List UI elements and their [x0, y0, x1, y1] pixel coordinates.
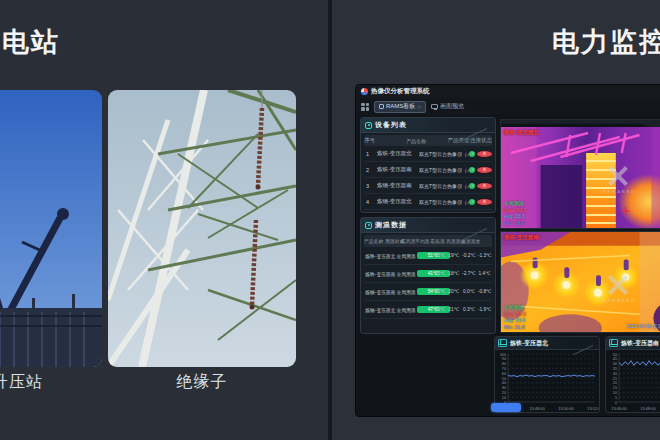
- min-temp: 18℃: [447, 271, 461, 276]
- bottom-action-button[interactable]: [491, 403, 521, 412]
- temp-device-name: 炼铁-变压器北: [364, 253, 396, 259]
- measure-mode-label: 全局测温: [504, 200, 526, 207]
- thermal-view-2[interactable]: 炼铁-变压器南 INFRARED 全局测温 Max: 51.8 Avg: 39.…: [500, 231, 660, 333]
- svg-text:30: 30: [502, 386, 506, 390]
- temp-row[interactable]: 炼钢-变压器南 全局测温 54℃ 36℃ 20℃ 0.0℃ -0.8℃: [364, 283, 492, 301]
- thermal-view-1[interactable]: 炼铁-变压器北 INFRARED 全局测温 Max: 50.1 Avg: 33.…: [500, 119, 660, 229]
- device-no: 2: [364, 167, 377, 173]
- temp-panel-header: 测温数据: [361, 218, 495, 233]
- high-temp-diff: 0.0℃: [461, 289, 478, 294]
- right-monitoring-section: 电力监控 热像仪分析管理系统 RAMS看板 ○ 画面预览: [332, 0, 660, 440]
- online-status-icon[interactable]: ✓: [469, 183, 475, 189]
- column-header: 测温对象: [385, 238, 401, 244]
- online-status-icon[interactable]: ✓: [469, 167, 475, 173]
- temperature-data-panel: 测温数据 产品名称测温对象最高温平均温最低温高温温差低温温差 炼铁-变压器北 全…: [360, 217, 496, 334]
- svg-text:10: 10: [613, 391, 617, 395]
- low-temp-diff: -1.3℃: [477, 253, 492, 258]
- right-section-heading: 电力监控: [552, 24, 660, 60]
- svg-text:13:50:00: 13:50:00: [558, 406, 574, 411]
- device-table-header: 序号产品名称产品类型连接状态: [364, 135, 492, 146]
- device-panel-header: 设备列表: [361, 118, 495, 133]
- device-row[interactable]: 3 炼钢-变压器南 双光T型云台热像仪（小） ✓ ✕: [364, 178, 492, 194]
- device-row[interactable]: 1 炼铁-变压器北 双光T型云台热像仪（小） ✓ ✕: [364, 146, 492, 162]
- line-chart-icon: [609, 339, 618, 347]
- offline-status-icon[interactable]: ✕: [477, 151, 492, 157]
- substation-photo: [0, 90, 102, 367]
- svg-text:70: 70: [502, 367, 506, 371]
- avg-temp: 36℃: [433, 253, 447, 258]
- svg-text:0: 0: [615, 401, 617, 405]
- device-type: 双光T型云台热像仪（小）: [419, 183, 469, 189]
- thermal2-timestamp: 2023-04-08 星期六 13:52:18: [627, 324, 660, 331]
- device-type: 双光T型云台热像仪（小）: [419, 151, 469, 157]
- grid-menu-icon[interactable]: [361, 103, 369, 111]
- svg-text:15: 15: [613, 386, 617, 390]
- max-temp-cell: 47℃: [417, 306, 433, 314]
- low-temp-diff: -0.8℃: [477, 289, 492, 294]
- svg-text:20: 20: [613, 381, 617, 385]
- column-header: 序号: [364, 137, 406, 144]
- chart-panel-north: 炼铁-变压器北 010203040506070809010013:46:0013…: [494, 336, 600, 413]
- avg-value: Avg: 33.1: [504, 213, 526, 220]
- device-name: 炼钢-变压器北: [377, 198, 419, 205]
- column-header: 产品名称: [364, 238, 385, 244]
- device-status: ✓ ✕: [469, 167, 492, 173]
- device-name: 炼铁-变压器北: [377, 150, 419, 157]
- photo1-caption: 升压站: [0, 372, 43, 393]
- app-title: 热像仪分析管理系统: [371, 87, 430, 96]
- temp-row[interactable]: 炼铁-变压器北 全局测温 51℃ 36℃ 19℃ -0.2℃ -1.3℃: [364, 247, 492, 265]
- tab-rams-dashboard[interactable]: RAMS看板 ○: [374, 101, 426, 113]
- thermal-app-window: 热像仪分析管理系统 RAMS看板 ○ 画面预览 设备列表: [355, 84, 660, 417]
- device-no: 4: [364, 199, 377, 205]
- svg-text:10: 10: [502, 396, 506, 400]
- measure-mode-label: 全局测温: [504, 304, 526, 311]
- offline-status-icon[interactable]: ✕: [477, 199, 492, 205]
- column-header: 平均温: [415, 238, 429, 244]
- chart-title: 炼铁-变压器北: [510, 339, 548, 348]
- svg-text:40: 40: [613, 362, 617, 366]
- watermark: INFRARED: [600, 165, 636, 194]
- monitor-icon: [431, 104, 438, 109]
- tab-close-icon[interactable]: ○: [417, 104, 421, 110]
- low-temp-diff: -1.9℃: [477, 307, 492, 312]
- app-titlebar: 热像仪分析管理系统: [356, 85, 660, 98]
- device-no: 1: [364, 151, 377, 157]
- device-row[interactable]: 2 炼铁-变压器南 双光T型云台热像仪（小） ✓ ✕: [364, 162, 492, 178]
- thermal2-device-label: 炼铁-变压器南: [504, 234, 539, 241]
- temp-table-body: 炼铁-变压器北 全局测温 51℃ 36℃ 19℃ -0.2℃ -1.3℃ 炼铁-…: [364, 247, 492, 319]
- insulator-photo-art: [108, 90, 296, 367]
- chart-header: 炼铁-变压器南: [606, 337, 660, 350]
- high-temp-diff: -2.7℃: [461, 271, 478, 276]
- chart-panel-south: 炼铁-变压器南 0510152025303540455013:46:0013:4…: [605, 336, 660, 413]
- offline-status-icon[interactable]: ✕: [477, 183, 492, 189]
- min-temp: 21℃: [447, 307, 461, 312]
- thermal2-stats-overlay: 全局测温 Max: 51.8 Avg: 39.8 Min: 21.8: [504, 304, 526, 330]
- line-chart-icon: [498, 339, 507, 347]
- max-temp-cell: 41℃: [417, 270, 433, 278]
- svg-text:25: 25: [613, 377, 617, 381]
- photo2-caption: 绝缘子: [108, 372, 296, 393]
- temp-row[interactable]: 炼铁-变压器南 全局测温 41℃ 25℃ 18℃ -2.7℃ 1.4℃: [364, 265, 492, 283]
- temp-device-name: 炼铁-变压器南: [364, 271, 396, 277]
- thermal-frame-decoration: [501, 120, 660, 127]
- watermark-text: INFRARED: [600, 189, 636, 194]
- avg-temp: 29℃: [433, 307, 447, 312]
- low-temp-diff: 1.4℃: [477, 271, 492, 276]
- temperature-trend-chart-south[interactable]: 0510152025303540455013:46:0013:48:0013:5…: [606, 350, 660, 412]
- online-status-icon[interactable]: ✓: [469, 199, 475, 205]
- panel-icon: [365, 222, 372, 229]
- temp-row[interactable]: 炼钢-变压器北 全局测温 47℃ 29℃ 21℃ 0.3℃ -1.9℃: [364, 301, 492, 319]
- tab-screen-preview[interactable]: 画面预览: [431, 102, 464, 111]
- svg-text:13:48:00: 13:48:00: [640, 406, 656, 411]
- insulator-photo: [108, 90, 296, 367]
- avg-temp: 36℃: [433, 289, 447, 294]
- high-temp-diff: 0.3℃: [461, 307, 478, 312]
- min-temp: 19℃: [447, 253, 461, 258]
- device-row[interactable]: 4 炼钢-变压器北 双光T型云台热像仪（小） ✓ ✕: [364, 194, 492, 210]
- thermal1-stats-overlay: 全局测温 Max: 50.1 Avg: 33.1 Min: 18.6: [504, 200, 526, 226]
- online-status-icon[interactable]: ✓: [469, 151, 475, 157]
- chart-header: 炼铁-变压器北: [495, 337, 599, 350]
- measure-object: 全局测温: [396, 289, 417, 295]
- column-header: 最低温: [429, 238, 446, 244]
- offline-status-icon[interactable]: ✕: [477, 167, 492, 173]
